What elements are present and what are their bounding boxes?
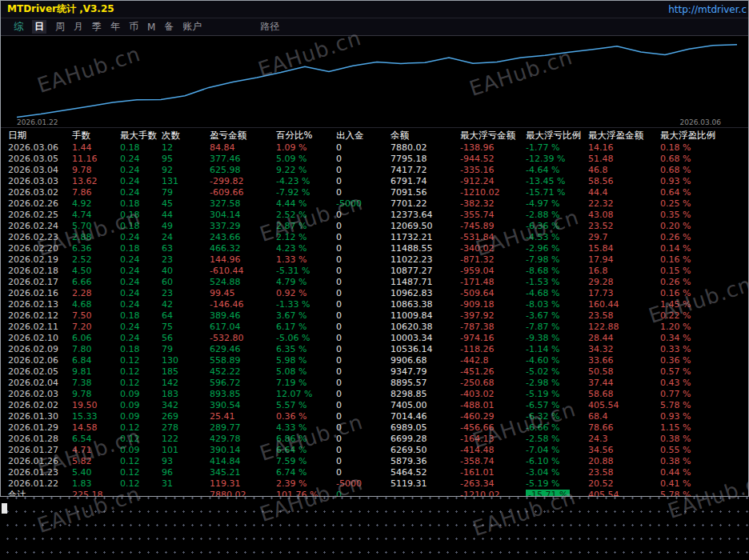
cell-date: 2026.01.23 bbox=[8, 467, 72, 478]
toolbar-item-7[interactable]: M bbox=[147, 22, 155, 33]
cell-max-float-loss-pct: -5.19 % bbox=[526, 389, 588, 400]
cell-max-float-profit-pct: 1.15 % bbox=[660, 422, 748, 434]
table-row[interactable]: 2026.01.3015.330.0926925.410.36 %07014.4… bbox=[1, 411, 748, 422]
cell-count: 183 bbox=[162, 389, 210, 400]
table-row[interactable]: 2026.01.265.820.1293414.847.59 %05879.36… bbox=[1, 456, 748, 467]
table-row[interactable]: 2026.02.039.780.09183893.8512.07 %08298.… bbox=[1, 389, 748, 400]
cell-cash-flow: -5000 bbox=[336, 198, 391, 210]
cell-max-float-loss-pct: -6.66 % bbox=[526, 422, 588, 434]
table-row[interactable]: 2026.02.254.740.1844304.142.52 %012373.6… bbox=[1, 210, 748, 221]
table-row[interactable]: 2026.02.245.700.1849337.292.87 %012069.5… bbox=[1, 221, 748, 232]
cell-profit: -146.46 bbox=[210, 299, 276, 310]
cell-percent: -4.23 % bbox=[276, 176, 336, 187]
table-row[interactable]: 2026.03.0511.160.2495377.465.09 %07795.1… bbox=[1, 154, 748, 165]
header-balance: 余额 bbox=[391, 128, 460, 142]
table-row[interactable]: 2026.02.117.200.2475617.046.17 %010620.3… bbox=[1, 322, 748, 333]
cell-date: 2026.02.16 bbox=[8, 288, 72, 299]
table-row[interactable]: 2026.01.221.830.1231119.312.39 %-5000511… bbox=[1, 478, 748, 490]
table-row[interactable]: 2026.02.134.680.2442-146.46-1.33 %010863… bbox=[1, 299, 748, 310]
cell-max-float-profit-pct: 5.78 % bbox=[660, 400, 748, 411]
table-row[interactable]: 2026.01.235.400.1296345.216.74 %05464.52… bbox=[1, 467, 748, 478]
cell-profit: 377.46 bbox=[210, 154, 276, 165]
cell-max-float-profit-pct: 0.36 % bbox=[660, 355, 748, 366]
cell-date: 2026.01.27 bbox=[8, 445, 72, 456]
cell-balance: 12069.50 bbox=[391, 221, 460, 232]
table-row[interactable]: 2026.03.061.440.181284.841.09 %07880.02-… bbox=[1, 142, 748, 154]
table-total-row[interactable]: 合计225.187880.02101.76 %0-1210.02-15.71 %… bbox=[1, 490, 748, 497]
path-button[interactable]: 路径 bbox=[260, 20, 279, 34]
table-row[interactable]: 2026.02.059.810.12185452.225.08 %09347.7… bbox=[1, 366, 748, 378]
toolbar-item-9[interactable]: 账户 bbox=[182, 20, 202, 34]
table-row[interactable]: 2026.03.0313.620.24131-299.82-4.23 %0679… bbox=[1, 176, 748, 187]
cell-max-float-loss: -263.34 bbox=[460, 478, 526, 490]
cell-percent: 2.87 % bbox=[276, 221, 336, 232]
toolbar-item-1[interactable]: 日 bbox=[32, 20, 46, 34]
toolbar-item-2[interactable]: 周 bbox=[55, 20, 65, 34]
table-row[interactable]: 2026.02.097.800.1879629.466.35 %010536.1… bbox=[1, 344, 748, 355]
cell-max-float-loss: -456.66 bbox=[460, 422, 526, 434]
cell-count: 45 bbox=[162, 198, 210, 210]
cell-count: 131 bbox=[162, 176, 210, 187]
table-row[interactable]: 2026.02.0219.500.09342390.545.57 %07405.… bbox=[1, 400, 748, 411]
table-row[interactable]: 2026.02.206.360.1863466.324.23 %011488.5… bbox=[1, 243, 748, 254]
cell-count: 40 bbox=[162, 266, 210, 277]
cell-max-float-loss-pct: -12.39 % bbox=[526, 154, 588, 165]
cell-max-float-loss-pct: -4.53 % bbox=[526, 232, 588, 243]
table-row[interactable]: 2026.03.049.780.2492625.989.22 %07417.72… bbox=[1, 165, 748, 176]
table-row[interactable]: 2026.02.232.880.2424243.662.12 %011732.2… bbox=[1, 232, 748, 243]
cell-percent: 7.19 % bbox=[276, 378, 336, 389]
cell-balance: 5119.31 bbox=[391, 478, 460, 490]
table-row[interactable]: 2026.02.184.500.2440-610.44-5.31 %010877… bbox=[1, 266, 748, 277]
table-row[interactable]: 2026.01.286.540.12122429.786.86 %06699.2… bbox=[1, 434, 748, 445]
cell-max-float-loss: -451.26 bbox=[460, 366, 526, 378]
toolbar-items: 综日周月季年币M备账户 bbox=[14, 20, 210, 34]
toolbar-item-6[interactable]: 币 bbox=[129, 20, 138, 34]
table-row[interactable]: 2026.02.264.920.1845327.584.44 %-5000770… bbox=[1, 198, 748, 210]
table-row[interactable]: 2026.02.127.500.1864389.463.67 %011009.8… bbox=[1, 310, 748, 322]
cell-max-float-profit-pct: 0.64 % bbox=[660, 187, 748, 198]
cell-max-float-profit-pct: 0.38 % bbox=[660, 456, 748, 467]
cell-date: 2026.02.05 bbox=[8, 366, 72, 378]
header-lots: 手数 bbox=[72, 128, 120, 142]
cell-lots: 4.71 bbox=[72, 445, 120, 456]
cell-max-float-loss-pct: -5.02 % bbox=[526, 366, 588, 378]
table-row[interactable]: 2026.02.047.380.12142596.727.19 %08895.5… bbox=[1, 378, 748, 389]
cell-profit: 617.04 bbox=[210, 322, 276, 333]
cell-lots: 5.40 bbox=[72, 467, 120, 478]
table-row[interactable]: 2026.02.106.060.2456-532.80-5.06 %010003… bbox=[1, 333, 748, 344]
table-row[interactable]: 2026.02.176.660.2460524.884.79 %011487.7… bbox=[1, 277, 748, 288]
cell-cash-flow: 0 bbox=[336, 187, 391, 198]
cell-balance: 11732.21 bbox=[391, 232, 460, 243]
toolbar-item-4[interactable]: 季 bbox=[92, 20, 102, 34]
cell-max-lots: 0.12 bbox=[120, 366, 162, 378]
header-cash-flow: 出入金 bbox=[336, 128, 391, 142]
cell-lots: 2.28 bbox=[72, 288, 120, 299]
table-row[interactable]: 2026.01.2914.580.12278289.774.33 %06989.… bbox=[1, 422, 748, 434]
cell-cash-flow: 0 bbox=[336, 378, 391, 389]
toolbar-item-0[interactable]: 综 bbox=[14, 20, 23, 34]
cell-cash-flow: 0 bbox=[336, 277, 391, 288]
toolbar-item-5[interactable]: 年 bbox=[110, 20, 120, 34]
table-row[interactable]: 2026.02.066.840.12130558.895.98 %09906.6… bbox=[1, 355, 748, 366]
cell-date: 2026.02.18 bbox=[8, 266, 72, 277]
cell-max-float-profit-pct: 0.34 % bbox=[660, 333, 748, 344]
cell-max-lots: 0.18 bbox=[120, 198, 162, 210]
table-row[interactable]: 2026.02.192.520.2423144.961.33 %011022.2… bbox=[1, 254, 748, 266]
toolbar-item-3[interactable]: 月 bbox=[74, 20, 83, 34]
cell-max-lots: 0.12 bbox=[120, 478, 162, 490]
table-row[interactable]: 2026.02.162.280.242399.450.92 %010962.83… bbox=[1, 288, 748, 299]
table-row[interactable]: 2026.03.027.860.2479-609.66-7.92 %07091.… bbox=[1, 187, 748, 198]
cell-lots: 9.78 bbox=[72, 165, 120, 176]
cell-max-float-profit: 16.8 bbox=[588, 266, 660, 277]
website-link[interactable]: http://mtdriver.c bbox=[668, 4, 747, 15]
toolbar-item-8[interactable]: 备 bbox=[164, 20, 174, 34]
cell-lots: 4.50 bbox=[72, 266, 120, 277]
cell-date: 2026.03.04 bbox=[8, 165, 72, 176]
cell-max-float-profit: 34.32 bbox=[588, 344, 660, 355]
cell-max-float-profit-pct: 0.33 % bbox=[660, 344, 748, 355]
cell-profit: 558.89 bbox=[210, 355, 276, 366]
cell-max-float-profit: 46.8 bbox=[588, 165, 660, 176]
cell-max-float-profit: 122.88 bbox=[588, 322, 660, 333]
table-row[interactable]: 2026.01.274.710.09101390.146.64 %06269.5… bbox=[1, 445, 748, 456]
cell-count: 122 bbox=[162, 434, 210, 445]
